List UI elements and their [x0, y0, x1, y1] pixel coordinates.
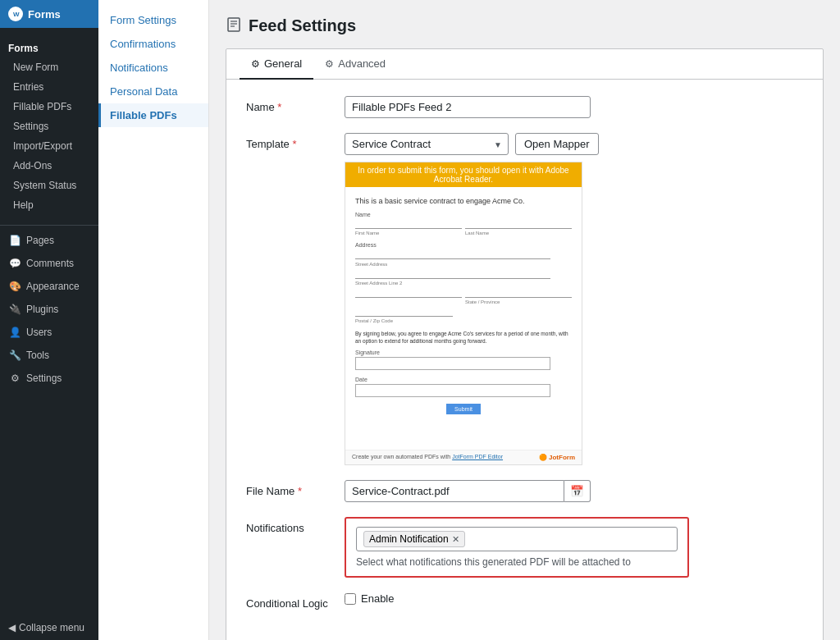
sidebar-item-users[interactable]: 👤 Users [0, 321, 98, 344]
conditional-logic-checkbox[interactable] [345, 593, 356, 605]
template-row: Template * Service Contract Option 2 ▼ O… [246, 133, 803, 465]
tab-advanced[interactable]: ⚙ Advanced [313, 49, 397, 80]
sidebar-item-help[interactable]: Help [0, 195, 98, 215]
sidebar-item-settings-nav-label: Settings [26, 373, 62, 384]
comments-icon: 💬 [8, 257, 21, 270]
page-header: Feed Settings [226, 16, 824, 35]
enable-checkbox-label[interactable]: Enable [345, 592, 803, 605]
sidebar-item-entries[interactable]: Entries [0, 77, 98, 97]
enable-checkbox-text: Enable [361, 592, 394, 605]
settings-icon: ⚙ [8, 372, 21, 385]
general-gear-icon: ⚙ [251, 58, 260, 70]
name-row: Name * [246, 96, 803, 118]
file-name-row: File Name * 📅 [246, 480, 803, 502]
sidebar-item-settings-nav[interactable]: ⚙ Settings [0, 367, 98, 390]
notifications-row: Notifications Admin Notification ✕ Selec… [246, 517, 803, 578]
pdf-create-text: Create your own automated PDFs with JotF… [352, 454, 503, 459]
file-name-required-star: * [298, 485, 302, 497]
pdf-title: This is a basic service contract to enga… [355, 197, 572, 205]
template-select-wrap: Service Contract Option 2 ▼ [345, 133, 509, 155]
sub-sidebar-form-settings[interactable]: Form Settings [98, 8, 208, 32]
notification-tag-label: Admin Notification [369, 533, 449, 545]
collapse-menu-button[interactable]: ◀ Collapse menu [0, 615, 98, 640]
file-name-input[interactable] [345, 480, 564, 502]
sidebar-item-appearance[interactable]: 🎨 Appearance [0, 275, 98, 298]
pdf-signature-label: Signature [355, 350, 572, 355]
pdf-address-label: Address [355, 242, 572, 248]
calendar-icon: 📅 [570, 485, 584, 497]
pdf-signature-field: Signature [355, 350, 572, 370]
file-name-calendar-button[interactable]: 📅 [564, 480, 591, 502]
pdf-date-label: Date [355, 377, 572, 382]
sidebar-item-pages[interactable]: 📄 Pages [0, 229, 98, 252]
pdf-preview-inner: This is a basic service contract to enga… [345, 187, 582, 450]
pdf-preview: In order to submit this form, you should… [345, 162, 582, 465]
sub-sidebar-notifications[interactable]: Notifications [98, 56, 208, 80]
sub-sidebar: Form Settings Confirmations Notification… [98, 0, 209, 640]
sidebar-item-plugins[interactable]: 🔌 Plugins [0, 298, 98, 321]
notification-tag-close-icon[interactable]: ✕ [452, 534, 459, 545]
plugins-icon: 🔌 [8, 303, 21, 316]
pdf-first-name-line [355, 219, 462, 229]
pdf-date-field: Date [355, 377, 572, 397]
sidebar-item-comments[interactable]: 💬 Comments [0, 252, 98, 275]
pdf-submit-btn: Submit [446, 404, 481, 414]
template-label: Template * [246, 133, 345, 150]
pdf-jotform-brand: 🟠 JotForm [539, 454, 575, 461]
sidebar-item-system-status[interactable]: System Status [0, 176, 98, 195]
sidebar-item-settings[interactable]: Settings [0, 117, 98, 136]
pdf-street2-sublabel: Street Address Line 2 [355, 281, 572, 286]
sidebar-item-import-export[interactable]: Import/Export [0, 136, 98, 156]
template-control-wrap: Service Contract Option 2 ▼ Open Mapper … [345, 133, 803, 465]
open-mapper-button[interactable]: Open Mapper [515, 133, 599, 155]
notifications-label: Notifications [246, 517, 345, 534]
sidebar-item-pages-label: Pages [26, 235, 54, 246]
file-name-input-wrap: 📅 [345, 480, 591, 502]
pages-icon: 📄 [8, 234, 21, 247]
tools-icon: 🔧 [8, 349, 21, 362]
sidebar-item-tools[interactable]: 🔧 Tools [0, 344, 98, 367]
file-name-control-wrap: 📅 [345, 480, 803, 502]
pdf-name-label: Name [355, 212, 572, 217]
sidebar-item-plugins-label: Plugins [26, 304, 58, 315]
pdf-street-line [355, 249, 550, 259]
conditional-logic-control-wrap: Enable [345, 592, 803, 605]
sidebar-item-appearance-label: Appearance [26, 281, 80, 292]
name-required-star: * [277, 101, 281, 113]
pdf-agreement-text: By signing below, you agree to engage Ac… [355, 330, 572, 345]
sidebar-logo[interactable]: W Forms [0, 0, 98, 28]
conditional-logic-row: Conditional Logic Enable [246, 592, 803, 610]
template-required-star: * [292, 138, 296, 150]
notification-tags-input[interactable]: Admin Notification ✕ [356, 527, 678, 551]
sub-sidebar-confirmations[interactable]: Confirmations [98, 32, 208, 56]
pdf-first-name-sublabel: First Name [355, 231, 462, 235]
template-select[interactable]: Service Contract Option 2 [345, 133, 509, 155]
tab-advanced-label: Advanced [338, 57, 386, 70]
advanced-gear-icon: ⚙ [325, 58, 334, 70]
tab-general[interactable]: ⚙ General [240, 49, 313, 80]
sidebar-item-tools-label: Tools [26, 350, 49, 361]
svg-rect-2 [228, 18, 240, 31]
users-icon: 👤 [8, 326, 21, 339]
conditional-logic-label: Conditional Logic [246, 592, 345, 610]
name-input[interactable] [345, 96, 591, 118]
pdf-state-sublabel: State / Province [465, 299, 572, 304]
sub-sidebar-fillable-pdfs[interactable]: Fillable PDFs [98, 103, 208, 127]
sub-sidebar-personal-data[interactable]: Personal Data [98, 80, 208, 103]
file-name-label: File Name * [246, 480, 345, 497]
sidebar-item-add-ons[interactable]: Add-Ons [0, 156, 98, 176]
pdf-footer: Create your own automated PDFs with JotF… [345, 450, 582, 464]
sidebar-item-fillable-pdfs[interactable]: Fillable PDFs [0, 97, 98, 117]
pdf-last-name-sublabel: Last Name [465, 231, 572, 235]
pdf-street2-line [355, 269, 550, 279]
sidebar-item-new-form[interactable]: New Form [0, 57, 98, 77]
notification-tag-admin: Admin Notification ✕ [363, 531, 465, 547]
pdf-street-sublabel: Street Address [355, 262, 572, 267]
sidebar-divider-1 [0, 225, 98, 226]
wp-logo-icon: W [8, 7, 23, 21]
notification-hint: Select what notifications this generated… [356, 556, 678, 568]
sidebar-logo-label: Forms [28, 8, 61, 21]
appearance-icon: 🎨 [8, 280, 21, 293]
template-row-inner: Service Contract Option 2 ▼ Open Mapper [345, 133, 803, 155]
notifications-box: Admin Notification ✕ Select what notific… [345, 517, 689, 578]
